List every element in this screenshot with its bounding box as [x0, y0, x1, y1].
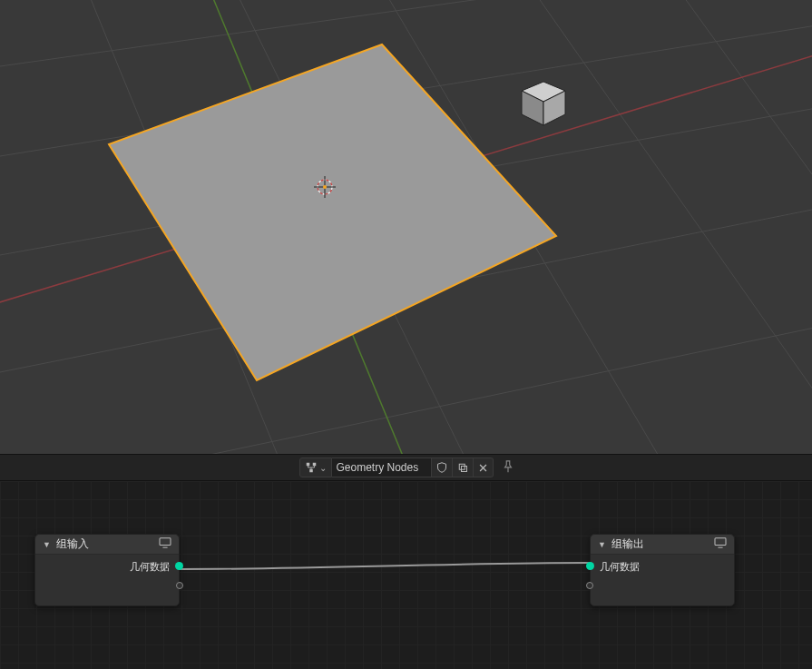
- svg-rect-24: [160, 538, 171, 546]
- socket-dot[interactable]: [175, 562, 183, 570]
- node-header[interactable]: ▼ 组输入: [35, 535, 179, 555]
- unlink-nodegroup-button[interactable]: [474, 457, 494, 477]
- node-body: 几何数据: [591, 555, 734, 605]
- socket-dot-empty[interactable]: [586, 582, 593, 589]
- socket-virtual-in[interactable]: [591, 576, 734, 596]
- monitor-icon: [714, 537, 727, 551]
- duplicate-icon: [457, 462, 468, 473]
- socket-virtual-out[interactable]: [35, 576, 179, 596]
- chevron-down-icon: ⌄: [319, 463, 327, 473]
- node-editor[interactable]: ▼ 组输入 几何数据 ▼ 组输出 几: [0, 481, 812, 669]
- node-group-output[interactable]: ▼ 组输出 几何数据: [590, 534, 735, 606]
- nodegroup-browse-button[interactable]: ⌄: [299, 457, 332, 477]
- object-cube[interactable]: [522, 82, 565, 125]
- node-body: 几何数据: [35, 555, 179, 605]
- viewport-canvas: [0, 0, 812, 454]
- shield-icon: [436, 462, 447, 473]
- svg-rect-20: [312, 463, 316, 467]
- svg-marker-10: [109, 44, 556, 380]
- nodetree-icon: [305, 461, 318, 474]
- close-icon: [478, 463, 488, 473]
- duplicate-nodegroup-button[interactable]: [453, 457, 474, 477]
- node-header[interactable]: ▼ 组输出: [591, 535, 734, 555]
- node-group-input[interactable]: ▼ 组输入 几何数据: [34, 534, 180, 606]
- socket-dot-empty[interactable]: [176, 582, 183, 589]
- svg-point-15: [323, 185, 327, 189]
- svg-rect-19: [306, 463, 309, 467]
- socket-geometry-in[interactable]: 几何数据: [591, 556, 734, 576]
- socket-geometry-out[interactable]: 几何数据: [35, 556, 179, 576]
- svg-rect-26: [715, 538, 726, 546]
- svg-line-0: [0, 0, 812, 73]
- svg-line-8: [508, 0, 812, 454]
- object-plane[interactable]: [109, 44, 556, 380]
- svg-rect-23: [461, 467, 466, 472]
- monitor-icon: [159, 537, 171, 551]
- socket-label: 几何数据: [600, 560, 640, 574]
- nodegroup-name-field[interactable]: Geometry Nodes: [332, 457, 432, 477]
- socket-label: 几何数据: [130, 560, 170, 574]
- svg-line-9: [653, 0, 812, 381]
- node-editor-header: ⌄ Geometry Nodes: [0, 454, 812, 481]
- svg-rect-22: [459, 464, 465, 469]
- collapse-toggle-icon[interactable]: ▼: [598, 540, 606, 549]
- pin-icon: [502, 460, 514, 473]
- node-title: 组输入: [56, 536, 159, 552]
- collapse-toggle-icon[interactable]: ▼: [43, 540, 51, 549]
- fake-user-button[interactable]: [432, 457, 453, 477]
- socket-dot[interactable]: [586, 562, 594, 570]
- svg-rect-21: [309, 469, 313, 473]
- node-title: 组输出: [611, 536, 714, 552]
- viewport-3d[interactable]: [0, 0, 812, 454]
- pin-button[interactable]: [502, 460, 514, 476]
